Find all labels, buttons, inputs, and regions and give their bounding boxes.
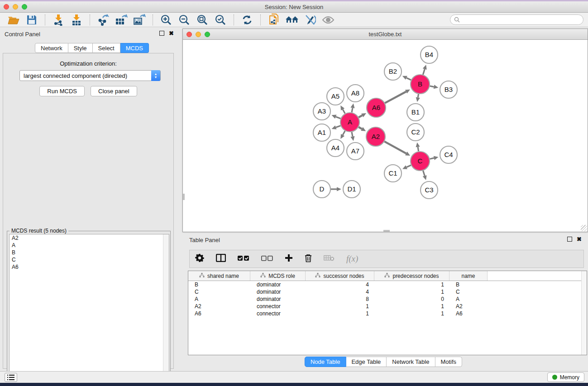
minimize-window-button[interactable] [13,4,18,10]
export-image-icon[interactable] [133,14,146,26]
table-cell[interactable]: A2 [188,303,250,310]
tab-edge-table[interactable]: Edge Table [346,357,387,367]
table-cell[interactable]: B [188,281,250,288]
table-row[interactable]: A6connector11A6 [188,310,587,317]
export-table-icon[interactable] [115,14,128,26]
homes-icon[interactable] [285,14,299,26]
graph-edge-A-A2[interactable] [359,127,362,129]
graph-edge-A-A4[interactable] [343,131,345,135]
table-row[interactable]: Bdominator41B [188,281,587,288]
table-cell[interactable]: 8 [306,295,374,303]
graph-edge-A2-C[interactable] [384,142,406,153]
network-from-document-icon[interactable] [267,14,281,26]
search-input[interactable] [462,17,583,23]
mcds-result-item[interactable]: B [10,249,169,256]
mcds-result-list[interactable]: A2ABCA6 [9,234,169,383]
column-header-successor-nodes[interactable]: successor nodes [306,271,374,281]
mcds-result-item[interactable]: C [10,256,169,263]
settings-gear-icon[interactable] [195,253,204,264]
memory-button[interactable]: Memory [547,372,584,382]
float-panel-icon[interactable] [159,31,164,36]
table-row[interactable]: Adominator80A [188,295,587,303]
graph-edge-B-B2[interactable] [406,78,411,80]
table-cell[interactable]: B [449,281,488,288]
column-header-predecessor-nodes[interactable]: predecessor nodes [374,271,449,281]
table-cell[interactable]: 1 [306,310,374,317]
table-cell[interactable]: A [188,295,250,303]
table-row[interactable]: A2connector11A2 [188,303,587,310]
table-cell[interactable]: A [449,295,488,303]
import-table-icon[interactable] [70,14,83,26]
table-cell[interactable]: C [449,288,488,295]
tab-select[interactable]: Select [93,43,120,53]
network-window-titlebar[interactable]: testGlobe.txt [183,29,588,40]
close-window-button[interactable] [4,4,9,10]
tab-node-table[interactable]: Node Table [305,357,346,367]
table-cell[interactable]: 4 [306,288,374,295]
table-cell[interactable]: A2 [449,303,488,310]
open-session-icon[interactable] [7,14,20,26]
search-field[interactable] [450,14,583,25]
unselect-all-checkboxes-icon[interactable] [261,255,273,263]
table-cell[interactable]: A6 [449,310,488,317]
zoom-out-icon[interactable] [177,14,191,26]
column-header-name[interactable]: name [449,271,488,281]
close-panel-icon[interactable]: ✖ [169,31,174,36]
table-cell[interactable]: C [188,288,250,295]
table-cell[interactable]: A6 [188,310,250,317]
graph-edge-B-B3[interactable] [430,86,434,87]
table-scrollbar[interactable] [581,271,587,355]
graph-edge-B-B4[interactable] [423,69,425,75]
graph-edge-C-C1[interactable] [406,165,411,167]
column-header-MCDS-role[interactable]: MCDS role [250,271,306,281]
tab-motifs[interactable]: Motifs [435,357,462,367]
network-canvas[interactable]: B4B2BB3A5A8A6A3B1AC2A1A2A4A7C4CC1C3DD1 [183,40,588,232]
table-cell[interactable]: 1 [306,303,374,310]
save-session-icon[interactable] [25,14,38,26]
select-all-checkboxes-icon[interactable] [238,255,249,263]
eye-icon[interactable] [321,14,335,26]
graph-edge-C-C3[interactable] [423,171,425,176]
tab-network[interactable]: Network [35,43,68,53]
window-resize-grip-icon[interactable] [581,225,587,231]
mcds-result-item[interactable]: A6 [10,263,169,271]
task-history-button[interactable] [5,373,17,382]
graph-edge-A-A5[interactable] [343,110,345,114]
zoom-in-icon[interactable] [159,14,173,26]
criterion-dropdown[interactable]: largest connected component (directed) ▲… [19,70,161,81]
split-columns-icon[interactable] [216,254,226,264]
graph-edge-C-C2[interactable] [418,147,419,152]
graph-edge-B-B1[interactable] [418,94,418,98]
graph-edge-A-A1[interactable] [336,126,340,128]
delete-column-icon[interactable] [305,254,312,264]
graph-edge-A-A8[interactable] [352,108,353,112]
mcds-result-item[interactable]: A [10,242,169,249]
tab-mcds[interactable]: MCDS [120,43,149,53]
network-minimize-button[interactable] [196,32,201,37]
column-header-shared-name[interactable]: shared name [188,271,250,281]
graph-edge-C-C4[interactable] [430,158,434,159]
table-cell[interactable]: 1 [374,281,449,288]
table-cell[interactable]: 1 [374,310,449,317]
run-mcds-button[interactable]: Run MCDS [39,86,85,96]
table-row[interactable]: Cdominator41C [188,288,587,295]
list-scrollbar[interactable] [163,234,169,383]
table-cell[interactable]: dominator [250,295,306,303]
graph-edge-A6-B[interactable] [385,92,406,103]
network-close-button[interactable] [186,32,192,37]
table-cell[interactable]: 0 [374,295,449,303]
network-zoom-button[interactable] [205,32,210,37]
vertical-scroll-hint[interactable] [183,194,185,200]
graph-edge-A-A7[interactable] [352,132,353,137]
horizontal-scroll-hint[interactable] [383,230,390,232]
float-table-panel-icon[interactable] [567,237,572,242]
zoom-fit-icon[interactable] [196,14,209,26]
table-cell[interactable]: 1 [374,303,449,310]
graph-edge-A-A3[interactable] [336,117,341,119]
table-cell[interactable]: dominator [250,281,306,288]
close-table-panel-icon[interactable]: ✖ [577,237,582,242]
table-cell[interactable]: 1 [374,288,449,295]
tab-style[interactable]: Style [68,43,93,53]
table-cell[interactable]: connector [250,303,306,310]
table-cell[interactable]: dominator [250,288,306,295]
